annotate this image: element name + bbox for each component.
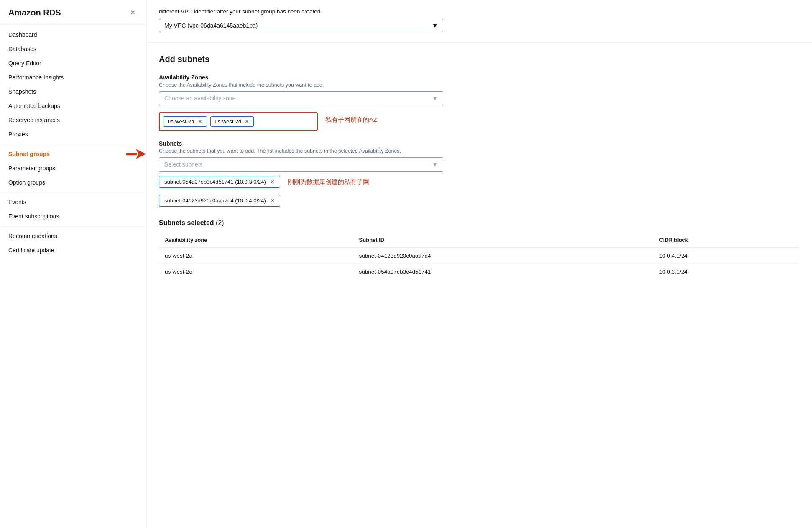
subnets-field-desc: Choose the subnets that you want to add.… [159,148,799,154]
subnets-annotation: 刚刚为数据库创建的私有子网 [288,178,369,186]
add-subnets-section: Add subnets Availability Zones Choose th… [146,43,812,292]
sidebar-item-performance-insights[interactable]: Performance Insights [0,70,146,85]
sidebar: Amazon RDS × Dashboard Databases Query E… [0,0,146,528]
sidebar-item-option-groups[interactable]: Option groups [0,175,146,190]
row1-cidr: 10.0.4.0/24 [653,248,799,264]
sidebar-item-events[interactable]: Events [0,195,146,209]
sidebar-item-dashboard[interactable]: Dashboard [0,28,146,42]
az-annotation: 私有子网所在的AZ [325,116,377,124]
row2-cidr: 10.0.3.0/24 [653,264,799,280]
subnet-tag-1: subnet-054a07eb3c4d51741 (10.0.3.0/24) ✕ [159,176,280,188]
svg-marker-0 [136,149,146,159]
sidebar-item-query-editor[interactable]: Query Editor [0,56,146,70]
vpc-value: My VPC (vpc-06da4a6145aaeb1ba) [164,22,258,29]
subnets-field-label: Subnets [159,140,799,147]
az-tag-label-2: us-west-2d [215,118,242,125]
sidebar-item-reserved-instances[interactable]: Reserved instances [0,113,146,127]
subnet-tag-2: subnet-04123d920c0aaa7d4 (10.0.4.0/24) ✕ [159,195,280,207]
az-field-desc: Choose the Availability Zones that inclu… [159,82,799,88]
subnets-dropdown[interactable]: Select subnets ▼ [159,157,443,172]
sidebar-item-automated-backups[interactable]: Automated backups [0,99,146,113]
col-az: Availability zone [159,233,353,248]
sidebar-item-recommendations[interactable]: Recommendations [0,229,146,243]
row2-subnet-id: subnet-054a07eb3c4d51741 [353,264,654,280]
sidebar-close-button[interactable]: × [128,8,138,18]
svg-rect-1 [126,153,137,155]
sidebar-title: Amazon RDS [8,8,61,18]
az-dropdown-arrow-icon: ▼ [432,95,438,102]
subnets-selected-header: Subnets selected (2) [159,219,799,227]
sidebar-item-event-subscriptions[interactable]: Event subscriptions [0,209,146,223]
az-tag-label-1: us-west-2a [168,118,194,125]
sidebar-nav: Dashboard Databases Query Editor Perform… [0,24,146,261]
subnet-tag-label-1: subnet-054a07eb3c4d51741 (10.0.3.0/24) [164,179,266,185]
subnet-tag-close-1[interactable]: ✕ [270,179,275,185]
sidebar-header: Amazon RDS × [0,0,146,24]
sidebar-subnet-groups-row: Subnet groups [0,147,146,161]
sidebar-divider-1 [0,144,146,144]
availability-zones-field: Availability Zones Choose the Availabili… [159,74,799,131]
subnets-selected-section: Subnets selected (2) Availability zone S… [159,219,799,279]
az-placeholder: Choose an availability zone [164,95,235,102]
subnets-placeholder: Select subnets [164,161,203,168]
sidebar-item-snapshots[interactable]: Snapshots [0,85,146,99]
az-tag-us-west-2a: us-west-2a ✕ [163,116,207,127]
table-row: us-west-2d subnet-054a07eb3c4d51741 10.0… [159,264,799,280]
subnet-tag-close-2[interactable]: ✕ [270,197,275,204]
subnets-field: Subnets Choose the subnets that you want… [159,140,799,210]
vpc-dropdown-arrow-icon: ▼ [432,22,438,29]
sidebar-item-subnet-groups[interactable]: Subnet groups [0,147,126,161]
row2-az: us-west-2d [159,264,353,280]
row1-subnet-id: subnet-04123d920c0aaa7d4 [353,248,654,264]
az-tag-us-west-2d: us-west-2d ✕ [210,116,254,127]
az-tag-close-1[interactable]: ✕ [198,118,202,125]
az-dropdown[interactable]: Choose an availability zone ▼ [159,91,443,105]
sidebar-item-databases[interactable]: Databases [0,42,146,56]
subnets-table: Availability zone Subnet ID CIDR block u… [159,233,799,279]
col-cidr: CIDR block [653,233,799,248]
sidebar-item-proxies[interactable]: Proxies [0,127,146,141]
sidebar-item-certificate-update[interactable]: Certificate update [0,243,146,257]
vpc-dropdown[interactable]: My VPC (vpc-06da4a6145aaeb1ba) ▼ [159,19,443,32]
sidebar-divider-3 [0,226,146,226]
sidebar-divider-2 [0,192,146,192]
vpc-note: different VPC identifier after your subn… [159,8,799,15]
col-subnet-id: Subnet ID [353,233,654,248]
subnets-dropdown-arrow-icon: ▼ [432,161,438,168]
subnet-tag-label-2: subnet-04123d920c0aaa7d4 (10.0.4.0/24) [164,197,266,204]
sidebar-item-parameter-groups[interactable]: Parameter groups [0,161,146,175]
vpc-section: different VPC identifier after your subn… [146,0,812,43]
subnets-count: (2) [216,219,224,226]
main-content: different VPC identifier after your subn… [146,0,812,528]
red-arrow-icon [126,148,146,160]
table-row: us-west-2a subnet-04123d920c0aaa7d4 10.0… [159,248,799,264]
row1-az: us-west-2a [159,248,353,264]
section-title: Add subnets [159,54,799,64]
az-tags-row: us-west-2a ✕ us-west-2d ✕ [159,112,318,131]
az-field-label: Availability Zones [159,74,799,81]
az-tag-close-2[interactable]: ✕ [245,118,249,125]
